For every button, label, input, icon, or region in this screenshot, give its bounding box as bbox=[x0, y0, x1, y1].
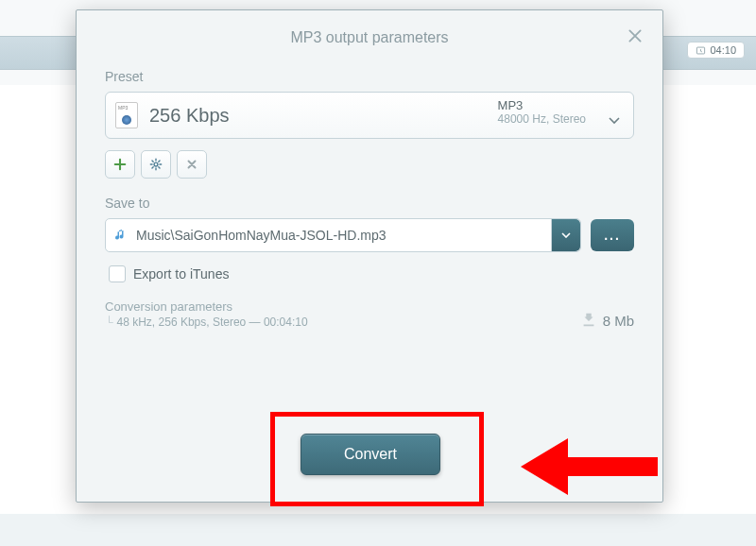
gear-icon bbox=[149, 158, 163, 171]
settings-preset-button[interactable] bbox=[141, 150, 171, 179]
plus-icon bbox=[113, 158, 127, 171]
music-note-icon bbox=[113, 228, 129, 243]
add-preset-button[interactable] bbox=[105, 150, 135, 179]
annotation-arrow bbox=[516, 429, 658, 508]
mp3-file-icon bbox=[115, 102, 138, 128]
preset-dropdown[interactable]: 256 Kbps MP3 48000 Hz, Stereo bbox=[105, 92, 634, 139]
close-button[interactable] bbox=[627, 27, 644, 44]
duration-text: 04:10 bbox=[710, 44, 736, 56]
save-path-text: Music\SaiGonHomNayMua-JSOL-HD.mp3 bbox=[136, 228, 387, 243]
preset-format: MP3 bbox=[498, 98, 586, 112]
x-icon bbox=[185, 158, 198, 171]
svg-point-1 bbox=[154, 162, 158, 166]
browse-button[interactable]: ... bbox=[591, 219, 634, 251]
preset-sub: 48000 Hz, Stereo bbox=[498, 112, 586, 126]
dialog-title: MP3 output parameters bbox=[77, 29, 662, 46]
chevron-down-icon bbox=[561, 232, 571, 238]
conversion-params-header: Conversion parameters bbox=[105, 299, 308, 314]
chevron-down-icon bbox=[609, 111, 620, 128]
size-icon bbox=[580, 312, 597, 329]
duration-pill: 04:10 bbox=[687, 42, 745, 59]
ellipsis-icon: ... bbox=[604, 228, 621, 243]
preset-label: Preset bbox=[105, 69, 634, 84]
preset-value: 256 Kbps bbox=[149, 105, 230, 127]
close-icon bbox=[627, 27, 644, 44]
output-size: 8 Mb bbox=[580, 312, 634, 329]
save-to-label: Save to bbox=[105, 196, 634, 211]
save-path-field[interactable]: Music\SaiGonHomNayMua-JSOL-HD.mp3 bbox=[105, 218, 581, 252]
clock-icon bbox=[696, 45, 706, 56]
delete-preset-button[interactable] bbox=[177, 150, 207, 179]
export-itunes-checkbox[interactable] bbox=[109, 265, 126, 282]
conversion-params-detail: 48 kHz, 256 Kbps, Stereo — 00:04:10 bbox=[117, 316, 308, 329]
path-dropdown-button[interactable] bbox=[551, 219, 580, 251]
convert-button[interactable]: Convert bbox=[301, 434, 440, 475]
export-itunes-label: Export to iTunes bbox=[133, 266, 229, 282]
